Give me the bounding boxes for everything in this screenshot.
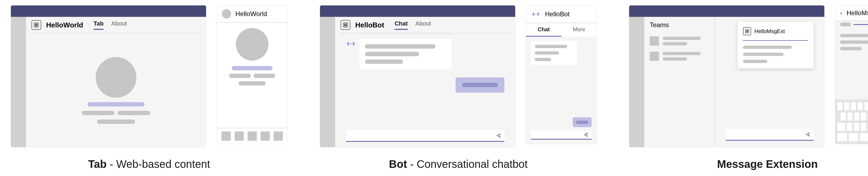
svg-rect-6: [344, 24, 345, 25]
text-line: [840, 23, 851, 26]
team-item[interactable]: [650, 36, 709, 46]
svg-point-10: [350, 44, 351, 44]
bot-desktop-window: HelloBot Chat About: [320, 5, 515, 147]
text-line: [232, 66, 273, 70]
avatar-placeholder: [236, 28, 269, 60]
app-sidebar[interactable]: [320, 17, 335, 147]
text-line: [229, 74, 251, 78]
send-icon[interactable]: [584, 132, 588, 137]
keyboard-key[interactable]: [851, 102, 856, 110]
channel-area: HelloMsgExt: [715, 17, 824, 147]
keyboard-spacebar[interactable]: [860, 133, 868, 141]
svg-rect-18: [747, 31, 748, 32]
mobile-chat-area: [526, 37, 596, 144]
caption-tab: Tab - Web-based content: [88, 158, 210, 170]
keyboard-key[interactable]: [841, 112, 846, 121]
bot-message: [360, 39, 452, 69]
message-composer[interactable]: [531, 130, 592, 140]
app-sidebar[interactable]: [629, 17, 644, 147]
keyboard-key[interactable]: [837, 133, 847, 141]
send-icon[interactable]: [805, 132, 810, 137]
keyboard-key[interactable]: [847, 112, 852, 121]
tab-mobile-window: HelloWorld: [217, 5, 287, 144]
mobile-keyboard[interactable]: [835, 99, 868, 144]
keyboard-key[interactable]: [865, 102, 868, 110]
msgext-mobile-window: ‹ HelloMsgExt: [835, 5, 868, 144]
text-line: [663, 52, 701, 55]
mobile-tab-chat[interactable]: Chat: [526, 23, 561, 37]
send-icon[interactable]: [496, 133, 501, 138]
keyboard-key[interactable]: [861, 112, 866, 121]
back-icon[interactable]: ‹: [840, 9, 842, 17]
mobile-tabs: Chat More: [526, 23, 596, 37]
nav-item[interactable]: [221, 131, 231, 141]
msgext-desktop-window: Teams: [629, 5, 824, 147]
svg-point-11: [351, 44, 352, 44]
keyboard-key[interactable]: [854, 123, 859, 131]
keyboard-key[interactable]: [837, 102, 842, 110]
divider: [854, 24, 868, 25]
svg-rect-17: [746, 31, 747, 32]
text-line: [663, 57, 687, 60]
text-line: [840, 34, 868, 37]
mobile-header: HelloWorld: [217, 5, 287, 23]
nav-item[interactable]: [235, 131, 244, 141]
app-sidebar[interactable]: [11, 17, 26, 147]
avatar-placeholder: [96, 57, 136, 98]
window-titlebar: [629, 5, 824, 17]
bot-avatar-icon: [346, 39, 356, 49]
user-message: [456, 77, 504, 93]
message-composer[interactable]: [346, 130, 504, 142]
group-message-extension: Teams: [629, 5, 868, 170]
svg-rect-9: [346, 25, 347, 26]
svg-rect-1: [35, 24, 36, 25]
keyboard-key[interactable]: [837, 123, 845, 131]
keyboard-key[interactable]: [847, 123, 852, 131]
text-line: [462, 83, 498, 87]
divider: [743, 40, 808, 41]
mobile-title: HelloMsgExt: [846, 9, 868, 17]
msgext-card[interactable]: HelloMsgExt: [738, 22, 813, 69]
tab-desktop-window: HelloWorld Tab About: [11, 5, 206, 147]
nav-item[interactable]: [274, 131, 283, 141]
text-line: [365, 44, 435, 49]
nav-item[interactable]: [248, 131, 257, 141]
tab-about[interactable]: About: [415, 20, 431, 30]
keyboard-key[interactable]: [858, 102, 863, 110]
text-line: [576, 121, 588, 124]
window-titlebar: [11, 5, 206, 17]
mobile-tab-more[interactable]: More: [561, 23, 596, 37]
text-line: [253, 74, 275, 78]
avatar-icon: [222, 9, 231, 19]
tab-content: [26, 33, 206, 147]
user-message: [573, 117, 592, 127]
nav-item[interactable]: [260, 131, 270, 141]
keyboard-key[interactable]: [861, 123, 866, 131]
mobile-msgext-body: [835, 21, 868, 99]
team-item[interactable]: [650, 52, 709, 61]
group-tab: HelloWorld Tab About: [11, 5, 287, 170]
message-composer[interactable]: [726, 129, 813, 141]
svg-rect-3: [35, 25, 36, 26]
text-line: [365, 52, 419, 56]
team-avatar-icon: [650, 52, 659, 61]
mobile-nav[interactable]: [217, 128, 287, 144]
app-icon: [743, 27, 751, 35]
text-line: [840, 41, 868, 44]
svg-rect-7: [346, 24, 347, 25]
bot-message: [531, 41, 577, 65]
mobile-title: HelloBot: [545, 10, 570, 18]
team-avatar-icon: [650, 36, 659, 46]
app-title: HelloBot: [355, 21, 384, 29]
tab-chat[interactable]: Chat: [395, 20, 408, 30]
text-line: [535, 45, 567, 48]
tab-tab[interactable]: Tab: [94, 20, 103, 30]
card-title: HelloMsgExt: [754, 28, 785, 34]
svg-rect-16: [747, 30, 748, 31]
text-line: [743, 46, 792, 49]
keyboard-key[interactable]: [844, 102, 849, 110]
app-icon: [341, 20, 350, 30]
keyboard-key[interactable]: [854, 112, 859, 121]
tab-about[interactable]: About: [111, 20, 127, 30]
keyboard-key[interactable]: [849, 133, 859, 141]
